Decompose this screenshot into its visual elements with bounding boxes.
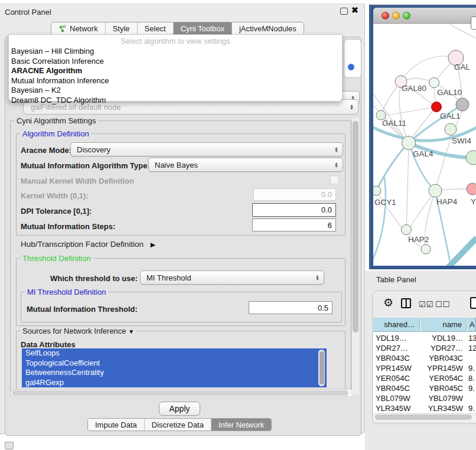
menu-item-bayesian-k2[interactable]: Bayesian – K2 (11, 86, 61, 94)
tab-jactivemnodules[interactable]: jActiveMNodules (232, 22, 304, 34)
sources-group-title[interactable]: Sources for Network Inference ▼ (20, 327, 136, 335)
node-right-green[interactable] (466, 151, 476, 165)
table-cell[interactable]: YLR345W (376, 404, 418, 413)
manual-kernel-checkbox[interactable] (330, 175, 339, 184)
node-label: GAL11 (382, 119, 406, 128)
table-cell[interactable]: YLR345W (420, 404, 463, 413)
settings-scrollbar-thumb[interactable] (353, 121, 358, 332)
list-item[interactable]: BetweennessCentrality (22, 368, 327, 378)
table-cell[interactable]: 9. (468, 384, 476, 394)
minimize-traffic-light[interactable] (392, 12, 400, 19)
node-label: SWI4 (452, 136, 471, 145)
network-window-titlebar[interactable] (373, 8, 476, 24)
apply-button-label: Apply (169, 404, 190, 413)
mi-type-combo[interactable]: Naive Bayes ▲▼ (148, 158, 343, 172)
tab-style[interactable]: Style (106, 22, 138, 34)
table-cell[interactable]: YPR145W (376, 364, 418, 374)
node-gal4[interactable] (402, 136, 416, 150)
columns-icon[interactable] (401, 298, 411, 308)
tab-network-label: Network (70, 24, 98, 33)
mi-threshold-field[interactable]: 0.5 (249, 301, 332, 314)
list-scrollbar-thumb[interactable] (319, 351, 324, 384)
table-cell[interactable]: YBR043C (420, 354, 463, 364)
tab-infer-network[interactable]: Infer Network (211, 419, 271, 431)
node-gal10[interactable] (429, 78, 439, 88)
node-hap2[interactable] (402, 225, 412, 235)
table-cell[interactable] (468, 354, 476, 364)
column-header-clipped[interactable]: A (467, 318, 476, 332)
node-label: GAL4 (413, 149, 433, 158)
aracne-mode-combo[interactable]: Discovery ▲▼ (70, 142, 343, 156)
horizontal-scrollbar-thumb[interactable] (12, 390, 348, 396)
node-label: GAL80 (402, 84, 426, 93)
aracne-mode-value: Discovery (77, 145, 110, 154)
table-cell[interactable]: 13 (468, 334, 476, 344)
list-item[interactable]: SelfLoops (22, 348, 327, 358)
bottom-tabbar: Impute Data Discretize Data Infer Networ… (87, 418, 272, 431)
node-label: GAL1 (440, 112, 461, 120)
table-cell[interactable]: YDR27… (420, 344, 463, 354)
menu-item-bayesian-hill-climbing[interactable]: Bayesian – Hill Climbing (11, 47, 94, 56)
tab-cyni-toolbox[interactable]: Cyni Toolbox (174, 22, 232, 34)
list-item[interactable]: gal4RGexp (22, 378, 327, 388)
table-cell[interactable]: YDL19… (420, 334, 463, 344)
table-cell[interactable]: YDR27… (376, 344, 418, 354)
mi-steps-field[interactable]: 6 (252, 219, 336, 231)
node-hap4[interactable] (429, 184, 442, 197)
table-cell[interactable]: YBL079W (420, 394, 463, 404)
table-cell[interactable]: YBL079W (376, 394, 418, 404)
tab-select[interactable]: Select (138, 22, 174, 34)
menu-item-basic-correlation[interactable]: Basic Correlation Inference (11, 57, 104, 66)
data-attributes-label: Data Attributes (21, 340, 76, 349)
checked-pair-icon[interactable]: ☑☑ (419, 300, 433, 309)
node-salmon[interactable] (467, 183, 476, 195)
table-cell[interactable]: 9. (468, 404, 476, 413)
table-cell[interactable]: YBR043C (376, 354, 418, 364)
menu-item-aracne[interactable]: ARACNE Algorithm (11, 66, 82, 75)
table-cell[interactable]: YER054C (420, 374, 463, 384)
menu-item-mutual-information[interactable]: Mutual Information Inference (11, 76, 109, 85)
float-panel-icon[interactable] (5, 442, 14, 449)
network-graph: GAL GAL80 GAL10 GAL1 GAL11 SWI4 GAL4 GCY… (373, 24, 476, 266)
hub-definition-toggle[interactable]: Hub/Transcription Factor Definition ▶ (21, 240, 155, 249)
table-cell[interactable]: YBR045C (376, 384, 418, 394)
table-cell[interactable]: YDL19… (376, 334, 418, 344)
zoom-traffic-light[interactable] (403, 12, 410, 19)
data-attributes-list[interactable]: SelfLoops TopologicalCoefficient Between… (22, 348, 327, 387)
algorithm-dropdown-popup: Select algorithm to view settings Bayesi… (8, 34, 343, 102)
tab-discretize-data[interactable]: Discretize Data (145, 419, 211, 431)
menu-item-dream8[interactable]: Dream8 DC_TDC Algorithm (11, 96, 106, 105)
table-horizontal-scrollbar-thumb[interactable] (375, 415, 472, 420)
close-icon[interactable]: ✖ (351, 5, 358, 15)
node-swi4[interactable] (445, 123, 457, 135)
float-window-icon[interactable] (340, 8, 348, 15)
table-cell[interactable]: YER054C (376, 374, 418, 384)
table-cell[interactable]: 8. (468, 374, 476, 384)
node-gal1[interactable] (432, 102, 442, 112)
new-table-icon[interactable] (470, 297, 476, 309)
column-header-shared-name[interactable]: shared… (373, 318, 420, 332)
tab-impute-data[interactable]: Impute Data (88, 419, 145, 431)
which-threshold-combo[interactable]: MI Threshold ▲▼ (140, 270, 324, 285)
unchecked-pair-icon[interactable]: ☐☐ (435, 300, 450, 309)
mi-type-label: Mutual Information Algorithm Type: (21, 161, 150, 170)
kernel-width-field[interactable]: 0.0 (253, 188, 336, 201)
node-bottom[interactable] (421, 244, 431, 254)
tab-network[interactable]: Network (51, 22, 106, 34)
close-traffic-light[interactable] (382, 12, 389, 19)
dpi-tolerance-field[interactable]: 0.0 (252, 203, 336, 217)
node-gcy1[interactable] (373, 186, 381, 195)
list-item[interactable]: TopologicalCoefficient (22, 358, 327, 369)
apply-button[interactable]: Apply (159, 402, 200, 416)
table-cell[interactable]: 9. (468, 364, 476, 374)
table-cell[interactable] (468, 394, 476, 404)
tab-jactivemnodules-label: jActiveMNodules (239, 24, 296, 33)
node-gray[interactable] (456, 98, 469, 111)
table-cell[interactable]: 12 (468, 344, 476, 354)
table-cell[interactable]: YPR145W (420, 364, 463, 374)
network-canvas[interactable]: GAL GAL80 GAL10 GAL1 GAL11 SWI4 GAL4 GCY… (373, 24, 476, 266)
gear-icon[interactable]: ⚙ (383, 296, 393, 309)
table-cell[interactable]: YBR045C (420, 384, 463, 394)
column-header-name[interactable]: name (420, 318, 467, 332)
network-window: GAL GAL80 GAL10 GAL1 GAL11 SWI4 GAL4 GCY… (369, 5, 476, 269)
